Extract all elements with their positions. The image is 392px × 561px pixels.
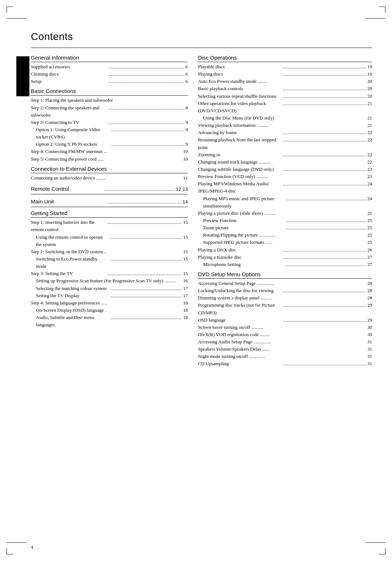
toc-entry: Step 4: Setting language preferences ...… (31, 299, 188, 307)
toc-entry-page: 18 (183, 299, 188, 307)
toc-entry-page: 25 (367, 239, 372, 246)
section-header: Disc Operations (198, 55, 372, 62)
toc-entry: Accessing Audio Setup Page .............… (198, 338, 372, 346)
toc-entry-text: DivX(R) VOD registration code ........ (198, 331, 367, 338)
toc-entry-text: Other operations for video playback (DVD… (198, 100, 282, 114)
toc-entry-dots (283, 156, 366, 156)
toc-entry-text: Playing a picture disc (slide show) ....… (198, 210, 367, 217)
toc-entry-page: 25 (367, 224, 372, 231)
toc-entry: Accessing General Setup Page ...........… (198, 280, 372, 287)
section-header-inline-page: 12 13 (176, 186, 188, 193)
toc-entry-dots (283, 97, 366, 98)
toc-entry: Changing sound track language ..........… (198, 158, 372, 166)
toc-entry-text: Speakers Volume/Speakers Delay ...... (198, 346, 367, 353)
toc-entry-text: Cleaning discs (31, 70, 108, 78)
toc-entry: Preview Function25 (198, 217, 372, 224)
toc-entry-page: 24 (367, 180, 372, 187)
toc-entry: Playing MP3 music and JPEG picture simul… (198, 195, 372, 210)
toc-entry-page: 30 (367, 331, 372, 338)
toc-entry-text: Step 2: Switching on the DVD system .. (31, 248, 182, 255)
toc-entry-dots (110, 260, 182, 261)
toc-entry-page: 22 (367, 151, 372, 158)
toc-entry-page: 9 (185, 141, 188, 148)
toc-entry-text: Auto Eco Power standby mode ........ (198, 78, 367, 85)
toc-entry-text: Supplied accessories (31, 63, 108, 70)
toc-entry: Step 4: Connecting FM/MW antennas ...10 (31, 148, 188, 155)
toc-entry-text: Step 4: Connecting FM/MW antennas ... (31, 148, 182, 155)
toc-entry: Supported JPEG picture formats ......25 (198, 239, 372, 246)
section-header-inline: Remote Control12 13 (31, 185, 188, 194)
toc-entry: Step 5: Connecting the power cord .....1… (31, 156, 188, 163)
toc-entry-page: 31 (367, 338, 372, 346)
toc-entry-page: 22 (367, 158, 372, 166)
toc-entry-page: 15 (183, 255, 188, 263)
toc-entry: Setting up Progressive Scan feature (for… (31, 277, 188, 284)
section-header-inline-text: Main Unit (31, 197, 106, 206)
toc-entry: Other operations for video playback (DVD… (198, 100, 372, 114)
toc-entry-page: 23 (367, 173, 372, 180)
corner-mark-tl (7, 7, 13, 13)
toc-entry-text: Setting the TV Display (36, 292, 109, 299)
toc-entry-text: Zoom picture (203, 224, 285, 231)
toc-entry-page: 21 (367, 100, 372, 107)
toc-entry-text: Audio, Subtitle and Disc menu languages (36, 314, 109, 328)
toc-entry: Connecting an audio/video device .......… (31, 174, 188, 182)
toc-entry-text: Connecting an audio/video device .......… (31, 174, 183, 182)
toc-entry-page: 27 (367, 261, 372, 268)
toc-entry: Using the Disc Menu (for DVD only)21 (198, 114, 372, 122)
toc-entry-dots (108, 275, 182, 275)
toc-entry-page: 17 (183, 292, 188, 299)
toc-entry-page: 31 (367, 360, 372, 367)
toc-entry-page: 28 (367, 287, 372, 294)
section-header: Getting Started (31, 210, 188, 218)
toc-entry: Playing MP3/Windows Media Audio/ JPEG/MP… (198, 180, 372, 195)
toc-entry-dots (283, 105, 366, 105)
toc-entry-page: 19 (367, 63, 372, 70)
corner-mark-tr (379, 7, 385, 13)
toc-entry-text: Setting up Progressive Scan feature (for… (36, 277, 182, 284)
toc-entry: Viewing playback information ..........2… (198, 122, 372, 129)
toc-entry-page: 15 (183, 219, 188, 226)
toc-entry-page: 21 (367, 114, 372, 122)
toc-entry-text: Playing MP3 music and JPEG picture simul… (203, 195, 285, 210)
black-sidebar-tab (16, 56, 29, 96)
toc-entry-text: Setup (31, 78, 108, 85)
toc-entry-page: 10 (183, 148, 188, 155)
toc-entry-dots (283, 321, 366, 322)
toc-entry-text: Step 2: Connecting the speakers and subw… (31, 104, 108, 119)
section-header: DVD Setup Menu Options (198, 271, 372, 279)
toc-entry-page: 20 (367, 78, 372, 85)
toc-entry: Dimming system s display panel .........… (198, 294, 372, 302)
toc-entry-page: 29 (367, 302, 372, 309)
toc-entry-dots (283, 68, 366, 68)
toc-entry-text: Preview Function (203, 217, 285, 224)
toc-entry-page: 25 (367, 217, 372, 224)
toc-entry: Basic playback controls20 (198, 85, 372, 92)
left-column: General InformationSupplied accessories6… (31, 52, 188, 368)
toc-columns: General InformationSupplied accessories6… (31, 52, 372, 368)
page-title: Contents (31, 31, 372, 43)
toc-entry: Locking/Unlocking the disc for viewing28 (198, 287, 372, 294)
toc-entry-page: 20 (367, 93, 372, 100)
toc-entry: Step 3: Setting the TV15 (31, 270, 188, 277)
title-rule (31, 48, 372, 48)
toc-entry: Setting the TV Display17 (31, 292, 188, 299)
section-header-inline-text: Remote Control (31, 185, 103, 193)
toc-entry: Playing a picture disc (slide show) ....… (198, 210, 372, 217)
toc-entry-text: Option 1: Using Composite Video socket (… (36, 126, 110, 141)
toc-entry-dots (109, 75, 184, 76)
toc-entry: Resuming playback from the last stopped … (198, 136, 372, 151)
toc-entry-dots (283, 365, 366, 365)
toc-entry-dots (283, 75, 366, 76)
toc-entry-text: Step 3: Setting the TV (31, 270, 107, 277)
toc-entry: Switching to Eco Power standby mode15 (31, 255, 188, 270)
section-header-inline: Main Unit14 (31, 197, 188, 207)
toc-entry-text: Option 2: Using Y Pb Pr sockets (36, 141, 110, 148)
toc-entry: Cleaning discs6 (31, 70, 188, 78)
toc-entry-page: 26 (367, 246, 372, 254)
toc-entry-dots (283, 251, 366, 251)
toc-entry-page: 21 (367, 122, 372, 129)
toc-entry-page: 20 (367, 85, 372, 92)
section-header: Connection to External Devices (31, 166, 188, 173)
main-content: Contents General InformationSupplied acc… (31, 31, 372, 539)
